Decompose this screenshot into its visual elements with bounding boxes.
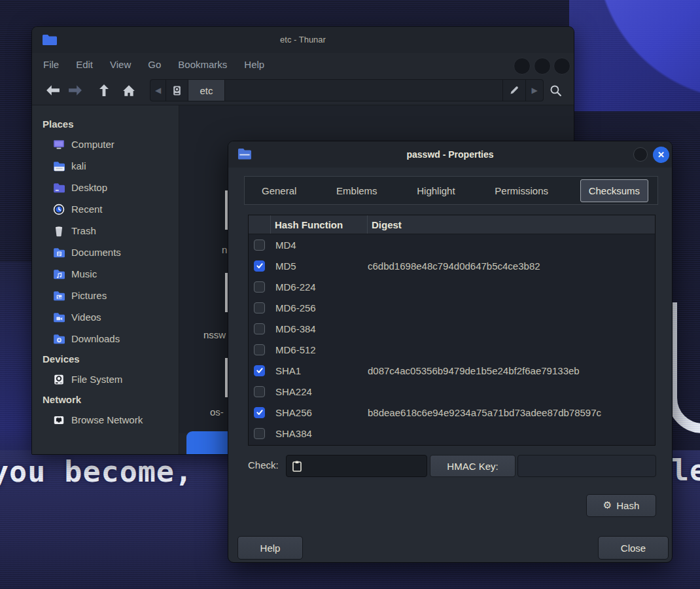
sidebar-item-label: kali <box>71 160 86 171</box>
computer-icon <box>53 139 65 151</box>
checksum-table: Hash Function Digest MD4MD5c6dbd1698e48c… <box>248 215 656 446</box>
sidebar-item-desktop[interactable]: Desktop <box>32 177 179 198</box>
menu-bookmarks[interactable]: Bookmarks <box>178 59 227 70</box>
hash-row-sha1[interactable]: SHA1d087c4ac05356b9479de1b5e24bf2f6ae791… <box>249 360 655 381</box>
sidebar: PlacesComputerkaliDesktopRecentTrashDocu… <box>32 105 179 454</box>
checkbox-sha384[interactable] <box>254 428 265 439</box>
hash-row-sha224[interactable]: SHA224 <box>249 381 655 402</box>
checkbox-md6-384[interactable] <box>254 323 265 334</box>
thunar-titlebar[interactable]: etc - Thunar <box>32 27 574 53</box>
checkbox-md6-256[interactable] <box>254 302 265 313</box>
folder-desktop-icon <box>53 182 65 194</box>
menu-go[interactable]: Go <box>148 59 161 70</box>
checkbox-md5[interactable] <box>254 260 265 272</box>
hash-digest: c6dbd1698e48c794d0d647b5c4ce3b82 <box>368 260 655 272</box>
hash-button[interactable]: ⚙ Hash <box>586 494 656 517</box>
window-button-maximize[interactable] <box>534 58 551 75</box>
recent-icon <box>53 204 65 215</box>
window-title: etc - Thunar <box>32 35 574 45</box>
sidebar-header-devices: Devices <box>32 349 179 368</box>
path-bar[interactable]: ◀ etc ▶ <box>150 79 544 101</box>
folder-home-icon <box>53 160 65 172</box>
forward-button[interactable] <box>66 81 84 99</box>
menu-view[interactable]: View <box>110 59 131 70</box>
sidebar-item-music[interactable]: Music <box>32 263 179 285</box>
sidebar-item-downloads[interactable]: Downloads <box>32 328 179 349</box>
table-header: Hash Function Digest <box>249 215 655 234</box>
sidebar-item-label: Computer <box>71 139 114 150</box>
sidebar-item-kali[interactable]: kali <box>32 155 179 177</box>
hash-name: MD4 <box>271 240 368 251</box>
home-button[interactable] <box>120 81 138 99</box>
hmac-key-input-wrap[interactable] <box>517 455 656 477</box>
hash-row-md6-384[interactable]: MD6-384 <box>249 318 655 339</box>
folder-pictures-icon <box>53 290 65 302</box>
tab-highlight[interactable]: Highlight <box>409 180 463 202</box>
sidebar-item-label: Browse Network <box>71 414 143 425</box>
hash-row-md5[interactable]: MD5c6dbd1698e48c794d0d647b5c4ce3b82 <box>249 255 655 276</box>
checkbox-sha256[interactable] <box>254 407 265 418</box>
folder-downloads-icon <box>53 333 65 345</box>
menu-edit[interactable]: Edit <box>76 59 93 70</box>
dialog-close-icon[interactable]: ✕ <box>653 147 669 163</box>
hash-row-sha256[interactable]: SHA256b8deae618c6e94e9234a75a71bd73adee8… <box>249 402 655 423</box>
checkbox-sha224[interactable] <box>254 386 265 397</box>
hash-digest: d087c4ac05356b9479de1b5e24bf2f6ae79133eb <box>368 365 655 376</box>
path-empty-area[interactable] <box>225 80 502 101</box>
help-button[interactable]: Help <box>237 536 303 560</box>
sidebar-item-label: Videos <box>71 312 101 323</box>
sidebar-item-computer[interactable]: Computer <box>32 134 179 155</box>
sidebar-item-documents[interactable]: Documents <box>32 241 179 263</box>
hash-name: MD6-224 <box>271 281 368 293</box>
hash-name: MD6-256 <box>271 302 368 313</box>
dialog-titlebar[interactable]: passwd - Properties ✕ <box>228 141 672 168</box>
checkbox-md6-224[interactable] <box>254 281 265 293</box>
sidebar-item-label: Music <box>71 268 97 279</box>
window-button-close[interactable] <box>553 58 570 75</box>
tab-permissions[interactable]: Permissions <box>487 180 556 202</box>
hash-row-sha384[interactable]: SHA384 <box>249 423 655 444</box>
checkbox-sha1[interactable] <box>254 365 265 376</box>
drive-icon[interactable] <box>166 80 188 101</box>
path-chevron-right-icon[interactable]: ▶ <box>526 80 543 101</box>
back-button[interactable] <box>44 81 62 99</box>
sidebar-item-trash[interactable]: Trash <box>32 220 179 241</box>
sidebar-header-places: Places <box>32 115 179 134</box>
hash-digest: b8deae618c6e94e9234a75a71bd73adee87db785… <box>368 407 655 418</box>
path-segment-etc[interactable]: etc <box>188 80 225 101</box>
menu-help[interactable]: Help <box>244 59 264 70</box>
path-chevron-left-icon[interactable]: ◀ <box>150 80 166 101</box>
toolbar: ◀ etc ▶ <box>32 75 574 105</box>
hash-name: SHA384 <box>271 428 368 439</box>
close-button[interactable]: Close <box>598 536 669 560</box>
check-input-wrap[interactable] <box>286 455 427 477</box>
hash-row-md6-512[interactable]: MD6-512 <box>249 339 655 360</box>
tab-emblems[interactable]: Emblems <box>328 180 385 202</box>
sidebar-item-label: File System <box>71 374 122 385</box>
sidebar-item-pictures[interactable]: Pictures <box>32 285 179 306</box>
tab-checksums[interactable]: Checksums <box>580 179 648 202</box>
check-input[interactable] <box>307 461 411 471</box>
sidebar-item-recent[interactable]: Recent <box>32 198 179 220</box>
filesystem-icon <box>53 374 65 385</box>
sidebar-item-file-system[interactable]: File System <box>32 368 179 390</box>
hash-row-md6-256[interactable]: MD6-256 <box>249 297 655 318</box>
hash-row-md6-224[interactable]: MD6-224 <box>249 276 655 297</box>
menu-file[interactable]: File <box>43 59 59 70</box>
hash-row-partial <box>249 444 655 446</box>
hash-row-md4[interactable]: MD4 <box>249 234 655 255</box>
tab-general[interactable]: General <box>254 180 304 202</box>
pencil-icon[interactable] <box>502 80 526 101</box>
sidebar-item-browse-network[interactable]: Browse Network <box>32 409 179 431</box>
search-icon[interactable] <box>546 81 565 99</box>
wallpaper-quote-right: le <box>671 453 700 488</box>
checkbox-md6-512[interactable] <box>254 344 265 355</box>
window-button-minimize[interactable] <box>514 58 531 75</box>
hmac-key-button[interactable]: HMAC Key: <box>430 455 516 477</box>
dialog-button-blank[interactable] <box>633 147 648 162</box>
checkbox-md4[interactable] <box>254 240 265 251</box>
sidebar-item-videos[interactable]: Videos <box>32 306 179 328</box>
sidebar-header-network: Network <box>32 390 179 409</box>
up-button[interactable] <box>95 81 113 99</box>
hmac-key-input[interactable] <box>518 455 656 476</box>
